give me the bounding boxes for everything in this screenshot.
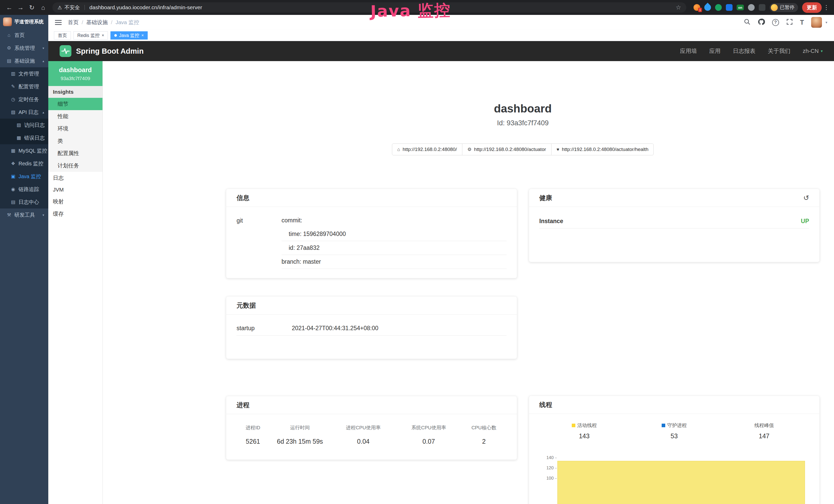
y-tick-label: 120 bbox=[546, 465, 553, 471]
close-icon[interactable]: × bbox=[102, 33, 104, 38]
sba-item-scheduled-tasks[interactable]: 计划任务 bbox=[48, 159, 103, 172]
clock-icon: ◷ bbox=[10, 96, 16, 102]
profile-paused-label: 已暂停 bbox=[780, 4, 794, 11]
sba-item-jvm[interactable]: JVM bbox=[48, 184, 103, 196]
sba-content: dashboard Id: 93a3fc7f7409 ⌂ http://192.… bbox=[103, 61, 834, 504]
sba-item-caches[interactable]: 缓存 bbox=[48, 208, 103, 220]
sba-item-metrics[interactable]: 性能 bbox=[48, 110, 103, 122]
sba-brand-title[interactable]: Spring Boot Admin bbox=[76, 47, 144, 55]
sba-nav-links: 应用墙 应用 日志报表 关于我们 zh-CN ▾ bbox=[680, 47, 823, 55]
browser-menu-icon[interactable]: ⋮ bbox=[823, 2, 830, 13]
hamburger-icon[interactable] bbox=[55, 20, 62, 25]
sidebar-item-java[interactable]: ▣ Java 监控 bbox=[0, 170, 48, 183]
tab-java-monitor[interactable]: Java 监控 × bbox=[110, 31, 148, 40]
health-url-link[interactable]: ♥ http://192.168.0.2:48080/actuator/heal… bbox=[551, 143, 654, 155]
sba-nav-applications[interactable]: 应用 bbox=[709, 47, 721, 55]
git-commit-line: commit: bbox=[282, 214, 506, 227]
tab-label: Java 监控 bbox=[119, 32, 139, 39]
chevron-up-icon: ▴ bbox=[42, 110, 46, 114]
peak-threads-value: 147 bbox=[719, 432, 809, 440]
sidebar-item-job[interactable]: ◷ 定时任务 bbox=[0, 93, 48, 106]
sidebar-item-infra[interactable]: ▤ 基础设施 ▴ bbox=[0, 54, 48, 67]
sba-language-select[interactable]: zh-CN ▾ bbox=[803, 48, 823, 54]
sidebar-item-mysql[interactable]: ▦ MySQL 监控 bbox=[0, 144, 48, 157]
info-card-title: 信息 bbox=[226, 189, 517, 207]
font-size-icon[interactable]: T bbox=[800, 19, 804, 26]
sidebar-item-system[interactable]: ⚙ 系统管理 ▾ bbox=[0, 42, 48, 54]
legend-live-threads: 活动线程 143 bbox=[540, 422, 629, 440]
process-table: 进程ID 运行时间 进程CPU使用率 系统CPU使用率 CPU核心数 5261 … bbox=[237, 425, 506, 445]
process-col-header: 系统CPU使用率 bbox=[396, 425, 462, 431]
sba-instance-header[interactable]: dashboard 93a3fc7f7409 bbox=[48, 61, 103, 86]
gear-icon: ⚙ bbox=[6, 45, 12, 51]
reload-icon[interactable]: ↻ bbox=[27, 2, 37, 13]
infrastructure-icon: ▤ bbox=[6, 58, 12, 64]
profile-chip[interactable]: 已暂停 bbox=[770, 3, 798, 12]
annotation-java-monitor: Java 监控 bbox=[370, 0, 451, 22]
sidebar-item-trace[interactable]: ◉ 链路追踪 bbox=[0, 183, 48, 196]
extension-icon-orange[interactable]: 1 bbox=[694, 4, 700, 11]
sba-item-configprops[interactable]: 配置属性 bbox=[48, 147, 103, 159]
legend-peak-threads: 线程峰值 147 bbox=[719, 422, 809, 440]
sidebar-item-devtools[interactable]: ⚒ 研发工具 ▾ bbox=[0, 208, 48, 221]
sba-nav-about[interactable]: 关于我们 bbox=[768, 47, 790, 55]
sba-item-classes[interactable]: 类 bbox=[48, 135, 103, 147]
sba-nav-wallboard[interactable]: 应用墙 bbox=[680, 47, 697, 55]
bookmark-star-icon[interactable]: ☆ bbox=[676, 4, 681, 11]
logo-avatar bbox=[3, 18, 12, 26]
sidebar-item-error-log[interactable]: ▩ 错误日志 bbox=[0, 132, 48, 144]
breadcrumb-infra[interactable]: 基础设施 bbox=[86, 19, 108, 26]
avatar-caret-icon[interactable]: ▾ bbox=[826, 20, 827, 24]
extension-icon-green[interactable] bbox=[715, 4, 722, 11]
history-icon[interactable]: ↺ bbox=[803, 194, 809, 202]
sba-item-mappings[interactable]: 映射 bbox=[48, 196, 103, 208]
extension-icon-grid[interactable] bbox=[726, 4, 732, 11]
sidebar-item-log-center[interactable]: ▤ 日志中心 bbox=[0, 196, 48, 208]
home-icon[interactable]: ⌂ bbox=[38, 2, 48, 13]
sba-item-environment[interactable]: 环境 bbox=[48, 122, 103, 135]
close-icon[interactable]: × bbox=[141, 33, 144, 38]
extension-icon-on[interactable]: on bbox=[737, 5, 744, 10]
sidebar-item-file[interactable]: ▥ 文件管理 bbox=[0, 67, 48, 80]
back-icon[interactable]: ← bbox=[4, 2, 14, 13]
sba-item-details[interactable]: 细节 bbox=[48, 98, 103, 110]
sba-language-value: zh-CN bbox=[803, 48, 818, 54]
sidebar-item-label: Java 监控 bbox=[19, 173, 41, 180]
extension-icon-pin[interactable] bbox=[759, 4, 765, 11]
sba-item-logs[interactable]: 日志 bbox=[48, 172, 103, 184]
sidebar-item-home[interactable]: ⌂ 首页 bbox=[0, 29, 48, 42]
metadata-key: startup bbox=[237, 325, 292, 332]
user-avatar[interactable] bbox=[811, 17, 822, 28]
home-menu-icon: ⌂ bbox=[6, 32, 12, 38]
extension-icon-grey[interactable] bbox=[748, 4, 755, 11]
service-url-link[interactable]: ⌂ http://192.168.0.2:48080/ bbox=[392, 143, 462, 155]
search-icon[interactable] bbox=[744, 19, 750, 26]
sba-logo-icon[interactable] bbox=[60, 45, 71, 57]
log-icon: ▧ bbox=[10, 109, 16, 115]
forward-icon[interactable]: → bbox=[16, 2, 26, 13]
process-col-header: 运行时间 bbox=[269, 425, 331, 431]
update-button[interactable]: 更新 bbox=[802, 2, 822, 13]
sidebar-item-config[interactable]: ✎ 配置管理 bbox=[0, 80, 48, 93]
process-card: 进程 进程ID 运行时间 进程CPU使用率 系统CPU使用率 CPU核心数 bbox=[226, 396, 517, 460]
file-icon: ▥ bbox=[10, 71, 16, 76]
help-icon[interactable]: ? bbox=[772, 19, 779, 26]
actuator-url-link[interactable]: ⚙ http://192.168.0.2:48080/actuator bbox=[462, 143, 551, 155]
breadcrumb-home[interactable]: 首页 bbox=[68, 19, 79, 26]
tab-home[interactable]: 首页 bbox=[54, 31, 71, 40]
sidebar-item-access-log[interactable]: ▨ 访问日志 bbox=[0, 119, 48, 132]
legend-label: 活动线程 bbox=[577, 422, 597, 429]
sidebar-item-redis[interactable]: ❖ Redis 监控 bbox=[0, 157, 48, 170]
process-uptime: 6d 23h 15m 59s bbox=[269, 438, 331, 445]
tab-redis-monitor[interactable]: Redis 监控 × bbox=[73, 31, 108, 40]
sidebar-logo[interactable]: 芋道管理系统 bbox=[0, 15, 48, 29]
sidebar-item-api-log[interactable]: ▧ API 日志 ▴ bbox=[0, 106, 48, 119]
extension-icon-drop[interactable] bbox=[703, 3, 712, 12]
sba-nav-journal[interactable]: 日志报表 bbox=[733, 47, 755, 55]
address-bar[interactable]: ⚠ 不安全 dashboard.yudao.iocoder.cn/infra/a… bbox=[52, 2, 686, 13]
fullscreen-icon[interactable] bbox=[786, 19, 793, 26]
chevron-down-icon: ▾ bbox=[821, 49, 823, 53]
legend-label: 守护进程 bbox=[667, 422, 687, 429]
link-url: http://192.168.0.2:48080/ bbox=[402, 146, 457, 152]
github-icon[interactable] bbox=[758, 18, 765, 26]
